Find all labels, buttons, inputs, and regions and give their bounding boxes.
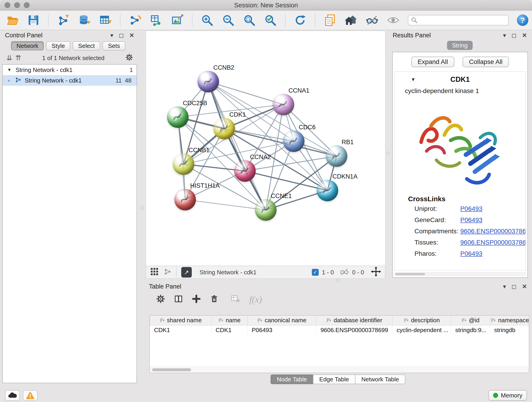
create-column-icon[interactable]	[192, 294, 201, 304]
zoom-fit-icon[interactable]	[243, 14, 256, 27]
network-edge[interactable]	[245, 171, 327, 191]
network-node-CCNB2[interactable]	[197, 71, 219, 92]
show-columns-icon[interactable]	[174, 294, 183, 304]
column-header[interactable]: shared name	[150, 316, 211, 325]
panel-menu-icon[interactable]: ▾	[503, 283, 506, 290]
tab-edge-table[interactable]: Edge Table	[313, 375, 355, 384]
toolbar-search[interactable]	[408, 15, 509, 26]
import-table-from-file-icon[interactable]	[99, 14, 112, 27]
tab-node-table[interactable]: Node Table	[271, 375, 313, 384]
delete-columns-trash-icon[interactable]	[210, 294, 219, 304]
birdseye-grid-icon[interactable]	[150, 267, 159, 278]
panel-close-icon[interactable]: ✕	[522, 283, 527, 290]
network-edge[interactable]	[185, 200, 266, 210]
zoom-in-icon[interactable]	[201, 14, 214, 27]
cloud-status-button[interactable]	[5, 390, 20, 401]
panel-menu-icon[interactable]: ▾	[503, 32, 506, 39]
results-hscrollbar[interactable]	[394, 272, 526, 276]
search-input[interactable]	[420, 17, 505, 24]
zoom-selected-icon[interactable]	[264, 14, 277, 27]
network-node-CCNA1[interactable]	[273, 94, 294, 115]
column-header[interactable]: canonical name	[248, 316, 317, 325]
selected-checkbox-icon[interactable]: ✓	[312, 269, 319, 276]
network-node-CDKN1A[interactable]	[317, 180, 338, 201]
table-row[interactable]: CDK1CDK1P064939606.ENSP00000378699cyclin…	[150, 325, 530, 335]
collapse-all-icon[interactable]: ⇈	[15, 55, 21, 61]
node-label-CCNE1: CCNE1	[271, 192, 292, 200]
panel-menu-icon[interactable]: ▾	[110, 32, 114, 39]
network-node-CCNA2[interactable]	[234, 160, 256, 182]
network-row[interactable]: ● String Network - cdk1 11 48	[3, 75, 137, 86]
network-node-CDC25B[interactable]	[167, 106, 189, 128]
network-node-CCNE1[interactable]	[255, 199, 277, 221]
tab-style[interactable]: Style	[46, 41, 70, 51]
collapse-all-button[interactable]: Collapse All	[462, 57, 509, 67]
column-header[interactable]: database identifier	[317, 316, 393, 325]
refresh-view-icon[interactable]	[294, 14, 307, 27]
collapse-arrow-icon[interactable]: ▼	[6, 67, 12, 72]
network-edge[interactable]	[208, 82, 266, 210]
zoom-out-icon[interactable]	[222, 14, 234, 27]
table-hscrollbar[interactable]	[150, 367, 529, 373]
expand-all-icon[interactable]: ⇊	[6, 55, 12, 61]
network-canvas[interactable]: CCNB2CCNA1CDC25BCDK1CDC6RB1CCNB1CCNA2CDK…	[146, 31, 385, 266]
save-session-icon[interactable]	[27, 14, 40, 27]
column-header[interactable]: description	[393, 316, 451, 325]
hide-unhide-icon[interactable]	[366, 14, 379, 27]
protein-name: CDK1	[450, 75, 470, 84]
column-header[interactable]: name	[211, 316, 248, 325]
open-session-icon[interactable]	[6, 14, 19, 27]
tab-network-table[interactable]: Network Table	[355, 375, 405, 384]
network-node-CCNB1[interactable]	[173, 153, 194, 175]
panel-close-icon[interactable]: ✕	[129, 32, 134, 39]
splitter-handle[interactable]	[336, 279, 340, 282]
splitter-handle[interactable]	[386, 152, 389, 155]
network-node-HIST1H1A[interactable]	[174, 189, 196, 211]
panel-float-icon[interactable]: ◻	[512, 32, 517, 39]
import-network-from-file-icon[interactable]	[57, 14, 70, 27]
crosslink-link[interactable]: P06493	[460, 250, 526, 257]
crosslink-label: Tissues:	[414, 239, 460, 246]
expand-all-button[interactable]: Expand All	[411, 57, 454, 67]
splitter-handle[interactable]	[140, 206, 144, 210]
show-graphics-details-icon[interactable]	[387, 14, 399, 27]
tab-sets[interactable]: Sets	[102, 41, 125, 51]
control-panel-title: Control Panel	[5, 32, 43, 39]
minimize-button[interactable]	[14, 2, 20, 8]
network-node-CDC6[interactable]	[283, 130, 304, 152]
warnings-button[interactable]	[23, 390, 38, 401]
column-header[interactable]: namespace	[490, 316, 530, 325]
crosslink-link[interactable]: 9606.ENSP00000378699	[460, 228, 526, 235]
tab-network[interactable]: Network	[11, 41, 44, 51]
column-settings-gear-icon[interactable]	[156, 294, 165, 304]
network-options-gear-icon[interactable]	[126, 54, 133, 63]
crosslinks-title: CrossLinks	[395, 195, 525, 203]
memory-button[interactable]: Memory	[488, 390, 527, 401]
network-share-icon[interactable]	[163, 268, 172, 277]
panel-float-icon[interactable]: ◻	[512, 283, 517, 290]
import-network-from-database-icon[interactable]	[78, 14, 91, 27]
network-collection-row[interactable]: ▼ String Network - cdk1 1	[3, 65, 137, 75]
network-edge[interactable]	[208, 82, 283, 104]
string-home-icon[interactable]	[345, 14, 357, 27]
string-tab-badge[interactable]: String	[447, 41, 473, 50]
entry-collapse-icon[interactable]: ▼	[411, 77, 416, 82]
new-network-from-selection-icon[interactable]	[150, 14, 163, 27]
help-button[interactable]: ?	[517, 14, 528, 26]
copy-icon[interactable]	[323, 14, 336, 27]
panel-close-icon[interactable]: ✕	[522, 32, 527, 39]
close-button[interactable]	[5, 2, 10, 8]
crosslink-link[interactable]: P06493	[460, 205, 526, 212]
export-image-icon[interactable]	[171, 14, 184, 27]
new-network-icon[interactable]	[129, 14, 142, 27]
tab-select[interactable]: Select	[73, 41, 100, 51]
zoom-button[interactable]	[24, 2, 30, 8]
panel-float-icon[interactable]: ◻	[119, 32, 124, 39]
network-node-RB1[interactable]	[326, 145, 347, 167]
crosslink-link[interactable]: P06493	[460, 216, 526, 224]
pan-move-icon[interactable]	[371, 267, 381, 278]
crosslink-link[interactable]: 9606.ENSP00000378699	[460, 239, 526, 246]
column-header[interactable]: @id	[451, 316, 490, 325]
network-node-CDK1[interactable]	[214, 118, 235, 139]
detach-view-button[interactable]: ↗	[181, 267, 192, 278]
